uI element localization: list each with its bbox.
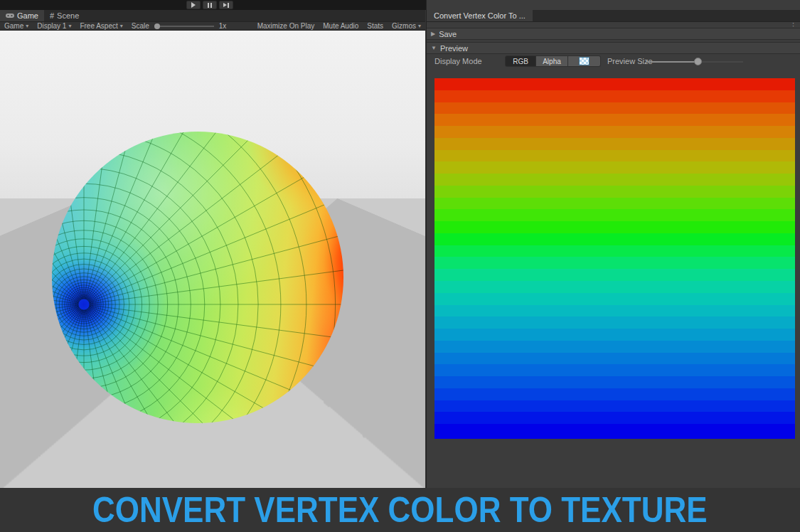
gradient-band bbox=[434, 293, 795, 305]
chevron-down-icon: ▾ bbox=[26, 23, 28, 29]
gradient-band bbox=[434, 186, 795, 198]
foldout-collapsed-icon: ▶ bbox=[431, 31, 435, 37]
gradient-band bbox=[434, 102, 795, 115]
game-mode-dropdown[interactable]: Game▾ bbox=[0, 22, 33, 30]
gradient-band bbox=[434, 114, 795, 126]
gradient-band bbox=[434, 412, 795, 424]
save-section-header[interactable]: ▶ Save bbox=[427, 28, 800, 40]
preview-section-header[interactable]: ▼ Preview bbox=[427, 42, 800, 54]
save-section-label: Save bbox=[439, 30, 457, 38]
scale-label: Scale bbox=[132, 22, 149, 30]
gradient-band bbox=[434, 376, 795, 388]
scale-slider-handle[interactable] bbox=[154, 23, 160, 29]
stats-toggle[interactable]: Stats bbox=[363, 22, 388, 30]
gradient-band bbox=[434, 198, 795, 210]
gradient-band bbox=[434, 364, 795, 376]
preview-size-slider-track-right[interactable] bbox=[700, 61, 743, 63]
game-view-toolbar: Game▾ Display 1▾ Free Aspect▾ Scale 1x M… bbox=[0, 22, 425, 31]
gradient-band bbox=[434, 353, 795, 365]
aspect-dropdown[interactable]: Free Aspect▾ bbox=[75, 22, 127, 30]
display-dropdown[interactable]: Display 1▾ bbox=[33, 22, 75, 30]
vertex-colored-sphere bbox=[48, 128, 347, 427]
display-mode-segmented-control: RGB Alpha bbox=[505, 55, 601, 67]
tab-scene[interactable]: # Scene bbox=[44, 10, 85, 21]
gradient-band bbox=[434, 305, 795, 317]
gradient-band bbox=[434, 174, 795, 186]
scale-value: 1x bbox=[219, 22, 227, 30]
scale-slider[interactable] bbox=[154, 26, 214, 27]
chevron-down-icon: ▾ bbox=[120, 23, 123, 29]
chevron-down-icon: ▾ bbox=[68, 23, 71, 29]
tab-scene-label: Scene bbox=[57, 11, 79, 20]
inspector-tab-label: Convert Vertex Color To ... bbox=[434, 11, 526, 20]
gradient-band bbox=[434, 161, 795, 174]
game-tabstrip: Game # Scene ⋮ bbox=[0, 10, 425, 22]
gamepad-icon bbox=[6, 13, 14, 18]
gradient-band bbox=[434, 281, 795, 293]
preview-section-label: Preview bbox=[440, 44, 468, 53]
banner-title: CONVERT VERTEX COLOR TO TEXTURE bbox=[92, 489, 708, 531]
display-mode-label: Display Mode bbox=[434, 57, 482, 65]
game-view-panel: Game # Scene ⋮ Game▾ Display 1▾ Free Asp… bbox=[0, 0, 425, 488]
gradient-band bbox=[434, 257, 795, 269]
gradient-band bbox=[434, 209, 795, 221]
gradient-band bbox=[434, 400, 795, 413]
gradient-band bbox=[434, 269, 795, 281]
gradient-band bbox=[434, 221, 795, 233]
title-banner: CONVERT VERTEX COLOR TO TEXTURE bbox=[0, 488, 800, 532]
gradient-band bbox=[434, 138, 795, 150]
gradient-band bbox=[434, 316, 795, 329]
gradient-band bbox=[434, 424, 795, 439]
gradient-band bbox=[434, 329, 795, 341]
gradient-band bbox=[434, 150, 795, 162]
gizmos-dropdown[interactable]: Gizmos▾ bbox=[388, 22, 425, 30]
gradient-band bbox=[434, 341, 795, 353]
preview-controls-row: Display Mode RGB Alpha Preview Size bbox=[427, 55, 800, 69]
gradient-band bbox=[434, 78, 795, 90]
inspector-panel: Convert Vertex Color To ... ⋮ ▶ Save ▼ P… bbox=[426, 0, 800, 488]
gradient-band bbox=[434, 388, 795, 400]
chevron-down-icon: ▾ bbox=[418, 23, 421, 29]
game-render-viewport bbox=[0, 31, 425, 488]
gradient-band bbox=[434, 233, 795, 245]
tab-convert-vertex-color[interactable]: Convert Vertex Color To ... bbox=[427, 10, 533, 21]
texture-preview bbox=[434, 78, 795, 439]
gradient-band bbox=[434, 90, 795, 102]
scale-control: Scale 1x bbox=[127, 22, 231, 30]
tab-game-label: Game bbox=[17, 11, 38, 20]
inspector-tabstrip: Convert Vertex Color To ... ⋮ bbox=[427, 10, 800, 22]
transparency-mode-button[interactable] bbox=[568, 55, 601, 67]
alpha-mode-button[interactable]: Alpha bbox=[536, 55, 568, 67]
preview-size-slider-handle[interactable] bbox=[694, 58, 702, 65]
checkerboard-icon bbox=[579, 57, 590, 65]
mute-audio-toggle[interactable]: Mute Audio bbox=[319, 22, 363, 30]
preview-size-slider-track[interactable] bbox=[646, 61, 700, 63]
unity-editor-window: Game # Scene ⋮ Game▾ Display 1▾ Free Asp… bbox=[0, 0, 800, 532]
rgb-mode-button[interactable]: RGB bbox=[505, 55, 536, 67]
maximize-on-play-toggle[interactable]: Maximize On Play bbox=[253, 22, 319, 30]
foldout-expanded-icon: ▼ bbox=[431, 45, 437, 51]
scene-grid-icon: # bbox=[50, 11, 54, 20]
tab-game[interactable]: Game bbox=[0, 10, 44, 21]
gradient-band bbox=[434, 245, 795, 257]
gradient-band bbox=[434, 126, 795, 138]
